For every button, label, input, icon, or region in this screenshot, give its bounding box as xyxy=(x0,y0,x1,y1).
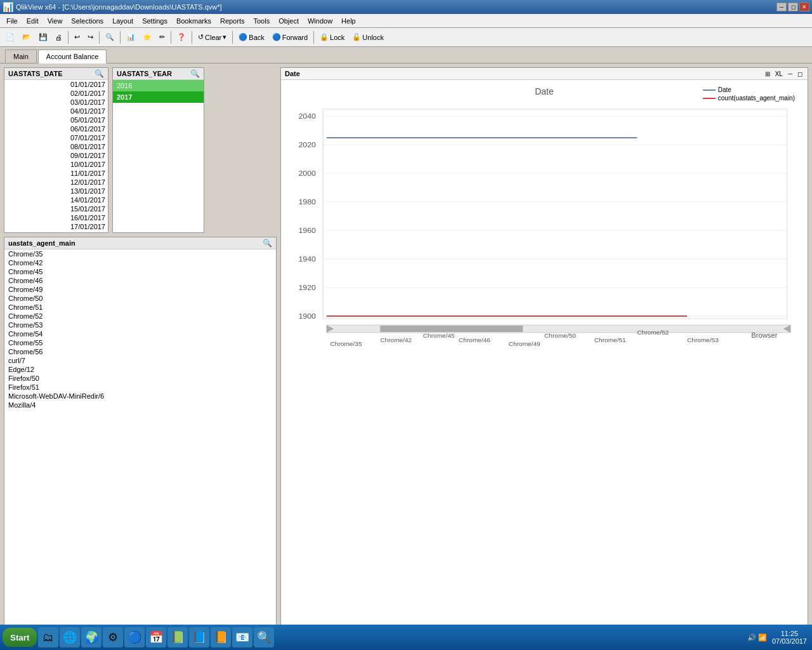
search-button[interactable]: 🔍 xyxy=(102,30,117,44)
help-button[interactable]: ❓ xyxy=(174,30,189,44)
taskbar-search-icon[interactable]: 🔍 xyxy=(254,627,274,647)
list-item[interactable]: 15/01/2017 xyxy=(4,204,108,213)
back-button[interactable]: 🔵 Back xyxy=(235,30,267,44)
x-label-chrome42: Chrome/42 xyxy=(380,337,412,343)
new-button[interactable]: 📄 xyxy=(3,30,18,44)
tab-main[interactable]: Main xyxy=(5,50,37,63)
minimize-button[interactable]: ─ xyxy=(776,3,787,11)
tab-account-balance[interactable]: Account Balance xyxy=(38,50,107,63)
list-item[interactable]: 01/01/2017 xyxy=(4,80,108,89)
list-item[interactable]: 11/01/2017 xyxy=(4,169,108,178)
year-search-icon[interactable]: 🔍 xyxy=(190,69,200,78)
list-item[interactable]: 02/01/2017 xyxy=(4,89,108,98)
agent-search-icon[interactable]: 🔍 xyxy=(263,239,272,248)
list-item[interactable]: Chrome/49 xyxy=(4,285,276,294)
list-item[interactable]: Chrome/54 xyxy=(4,329,276,338)
list-item[interactable]: Chrome/50 xyxy=(4,294,276,303)
clear-button[interactable]: ↺ Clear ▾ xyxy=(195,30,230,44)
list-item[interactable]: 09/01/2017 xyxy=(4,151,108,160)
taskbar-powerpoint-icon[interactable]: 📙 xyxy=(211,627,231,647)
chart-icon: 📊 xyxy=(126,33,135,41)
taskbar-word-icon[interactable]: 📘 xyxy=(189,627,209,647)
list-item[interactable]: 08/01/2017 xyxy=(4,142,108,151)
list-item[interactable]: Chrome/45 xyxy=(4,267,276,276)
bookmark-button[interactable]: ⭐ xyxy=(140,30,155,44)
list-item[interactable]: 03/01/2017 xyxy=(4,98,108,107)
taskbar-apps-icon[interactable]: ⚙ xyxy=(103,627,123,647)
list-item[interactable]: Firefox/51 xyxy=(4,383,276,392)
taskbar-outlook-icon[interactable]: 📧 xyxy=(232,627,252,647)
list-item[interactable]: 07/01/2017 xyxy=(4,133,108,142)
menu-window[interactable]: Window xyxy=(304,16,336,26)
list-item[interactable]: Microsoft-WebDAV-MiniRedir/6 xyxy=(4,392,276,401)
edit-button[interactable]: ✏ xyxy=(156,30,168,44)
menu-file[interactable]: File xyxy=(3,16,22,26)
scroll-thumb[interactable] xyxy=(380,326,523,332)
menu-reports[interactable]: Reports xyxy=(216,16,249,26)
list-item[interactable]: Mozilla/4 xyxy=(4,401,276,409)
list-item[interactable]: Chrome/56 xyxy=(4,347,276,356)
unlock-button[interactable]: 🔓 Unlock xyxy=(349,30,387,44)
list-item[interactable]: 06/01/2017 xyxy=(4,124,108,133)
menu-edit[interactable]: Edit xyxy=(23,16,43,26)
year-item-2016[interactable]: 2016 xyxy=(113,80,204,91)
menu-view[interactable]: View xyxy=(44,16,67,26)
start-button[interactable]: Start xyxy=(3,628,37,647)
list-item[interactable]: Chrome/55 xyxy=(4,338,276,347)
list-item[interactable]: Firefox/50 xyxy=(4,374,276,383)
taskbar-network-icon[interactable]: 🌍 xyxy=(81,627,102,647)
save-button[interactable]: 💾 xyxy=(36,30,51,44)
clear-icon: ↺ xyxy=(198,33,204,41)
open-button[interactable]: 📂 xyxy=(19,30,34,44)
list-item[interactable]: Chrome/53 xyxy=(4,321,276,329)
chart-legend: Date count(uastats_agent_main) xyxy=(703,86,795,103)
redo-button[interactable]: ↪ xyxy=(84,30,96,44)
list-item[interactable]: 17/01/2017 xyxy=(4,222,108,231)
list-item[interactable]: Chrome/35 xyxy=(4,249,276,258)
list-item[interactable]: Edge/12 xyxy=(4,365,276,374)
list-item[interactable]: 04/01/2017 xyxy=(4,107,108,116)
print-button[interactable]: 🖨 xyxy=(52,30,65,44)
taskbar-chrome-icon[interactable]: 🌐 xyxy=(60,627,80,647)
y-label-1900: 1900 xyxy=(299,312,317,320)
chart-button[interactable]: 📊 xyxy=(123,30,138,44)
taskbar-calendar-icon[interactable]: 📅 xyxy=(146,627,166,647)
menu-bookmarks[interactable]: Bookmarks xyxy=(173,16,215,26)
taskbar-excel-icon[interactable]: 📗 xyxy=(167,627,188,647)
list-item[interactable]: 16/01/2017 xyxy=(4,213,108,222)
list-item[interactable]: Chrome/52 xyxy=(4,312,276,321)
list-item[interactable]: 18/01/2017 xyxy=(4,231,108,232)
chart-close-icon[interactable]: ◻ xyxy=(796,70,804,77)
restore-button[interactable]: ◻ xyxy=(788,3,798,11)
taskbar-explorer-icon[interactable]: 🗂 xyxy=(38,627,58,647)
date-search-icon[interactable]: 🔍 xyxy=(95,69,104,78)
list-item[interactable]: Chrome/51 xyxy=(4,303,276,312)
menu-help[interactable]: Help xyxy=(337,16,360,26)
list-item[interactable]: 12/01/2017 xyxy=(4,178,108,187)
list-item[interactable]: Chrome/46 xyxy=(4,276,276,285)
legend-label-date: Date xyxy=(718,86,731,93)
chart-expand-icon[interactable]: ⊞ xyxy=(764,70,771,77)
list-item[interactable]: 14/01/2017 xyxy=(4,196,108,204)
menu-settings[interactable]: Settings xyxy=(138,16,171,26)
year-item-2017[interactable]: 2017 xyxy=(113,91,204,103)
forward-button[interactable]: 🔵 Forward xyxy=(269,30,311,44)
menu-selections[interactable]: Selections xyxy=(67,16,107,26)
title-bar-controls[interactable]: ─ ◻ ✕ xyxy=(776,3,809,11)
chart-xl-icon[interactable]: XL xyxy=(774,70,784,77)
list-item[interactable]: 10/01/2017 xyxy=(4,160,108,169)
undo-button[interactable]: ↩ xyxy=(71,30,83,44)
list-item[interactable]: 05/01/2017 xyxy=(4,116,108,124)
list-item[interactable]: 13/01/2017 xyxy=(4,187,108,196)
title-bar-left: 📊 QlikView x64 - [C:\Users\jonnagaddav\D… xyxy=(3,2,222,12)
lock-button[interactable]: 🔒 Lock xyxy=(317,30,348,44)
list-item[interactable]: Chrome/42 xyxy=(4,258,276,267)
menu-object[interactable]: Object xyxy=(275,16,303,26)
menu-tools[interactable]: Tools xyxy=(249,16,273,26)
menu-layout[interactable]: Layout xyxy=(108,16,137,26)
chart-minimize-icon[interactable]: ─ xyxy=(787,70,794,77)
close-button[interactable]: ✕ xyxy=(799,3,809,11)
agent-listbox: uastats_agent_main 🔍 Chrome/35 Chrome/42… xyxy=(4,237,277,627)
list-item[interactable]: curl/7 xyxy=(4,356,276,365)
taskbar-ie-icon[interactable]: 🔵 xyxy=(124,627,145,647)
